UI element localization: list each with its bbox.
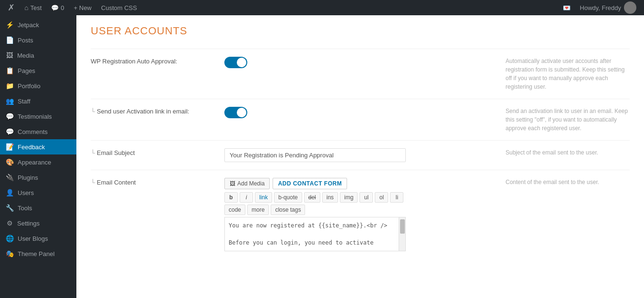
sidebar-item-jetpack[interactable]: ⚡ Jetpack xyxy=(0,17,76,32)
feedback-icon: 📝 xyxy=(6,143,14,151)
activation-link-control xyxy=(224,107,496,120)
appearance-icon: 🎨 xyxy=(6,158,14,166)
email-content-label: └ Email Content xyxy=(91,178,224,186)
format-li-button[interactable]: li xyxy=(390,192,403,203)
format-btns-row1: b i link b-quote del ins img ul ol li xyxy=(224,192,496,203)
format-close-tags-button[interactable]: close tags xyxy=(271,205,305,215)
home-icon: ⌂ xyxy=(24,4,28,11)
sidebar-item-settings[interactable]: ⚙ Settings xyxy=(0,216,76,231)
sidebar-item-pages[interactable]: 📋 Pages xyxy=(0,63,76,78)
topbar: ✗ ⌂ Test 💬 0 + New Custom CSS 💌 Howdy, F… xyxy=(0,0,644,15)
comments-link[interactable]: 💬 0 xyxy=(47,0,68,15)
auto-approval-control xyxy=(224,57,496,70)
plugins-icon: 🔌 xyxy=(6,174,14,181)
sidebar-item-label: Theme Panel xyxy=(18,250,54,257)
sidebar-item-user-blogs[interactable]: 🌐 User Blogs xyxy=(0,231,76,246)
sidebar-item-posts[interactable]: 📄 Posts xyxy=(0,32,76,48)
format-btns-row2: code more close tags xyxy=(224,205,496,215)
sidebar-item-label: Pages xyxy=(18,67,35,74)
sidebar-item-users[interactable]: 👤 Users xyxy=(0,185,76,200)
sidebar-item-theme-panel[interactable]: 🎭 Theme Panel xyxy=(0,246,76,261)
format-bquote-button[interactable]: b-quote xyxy=(274,192,302,203)
sidebar-item-feedback[interactable]: 📝 Feedback xyxy=(0,139,76,154)
sidebar-item-testimonials[interactable]: 💬 Testimonials xyxy=(0,109,76,124)
auto-approval-toggle[interactable] xyxy=(224,57,247,68)
sidebar-item-label: Testimonials xyxy=(18,113,52,120)
sidebar-item-label: Staff xyxy=(18,98,31,105)
indent-symbol: └ xyxy=(91,179,97,186)
sidebar-item-label: Comments xyxy=(18,128,48,135)
email-content-help: Content of the email sent to the user. xyxy=(496,178,630,186)
editor-toolbar: 🖼 Add Media ADD CONTACT FORM xyxy=(224,178,496,189)
email-subject-row: └ Email Subject Subject of the email sen… xyxy=(91,140,630,170)
testimonials-icon: 💬 xyxy=(6,113,14,120)
sidebar-item-label: Appearance xyxy=(18,159,51,166)
layout: ⚡ Jetpack 📄 Posts 🖼 Media 📋 Pages 📁 Port… xyxy=(0,15,644,298)
format-ul-button[interactable]: ul xyxy=(359,192,373,203)
sidebar-item-label: Tools xyxy=(18,205,32,212)
format-ol-button[interactable]: ol xyxy=(375,192,388,203)
email-content-textarea[interactable]: You are now registered at {{site_name}}.… xyxy=(224,217,399,251)
sidebar-item-staff[interactable]: 👥 Staff xyxy=(0,93,76,109)
email-subject-input[interactable] xyxy=(224,148,406,162)
format-bold-button[interactable]: b xyxy=(224,192,238,203)
portfolio-icon: 📁 xyxy=(6,82,14,90)
format-img-button[interactable]: img xyxy=(340,192,358,203)
comment-icon: 💬 xyxy=(51,4,59,11)
format-code-button[interactable]: code xyxy=(224,205,245,215)
wp-logo-icon[interactable]: ✗ xyxy=(4,2,19,13)
sidebar-item-label: Media xyxy=(17,52,34,59)
format-italic-button[interactable]: i xyxy=(240,192,253,203)
topbar-right: 💌 Howdy, Freddy xyxy=(559,0,640,15)
email-content-row: └ Email Content 🖼 Add Media ADD CONTACT … xyxy=(91,170,630,259)
sidebar-item-label: Jetpack xyxy=(18,21,39,29)
sidebar-item-appearance[interactable]: 🎨 Appearance xyxy=(0,154,76,170)
posts-icon: 📄 xyxy=(6,36,14,44)
scrollbar-thumb xyxy=(400,219,405,234)
format-del-button[interactable]: del xyxy=(304,192,320,203)
page-title: USER ACCOUNTS xyxy=(91,25,630,37)
sidebar-item-tools[interactable]: 🔧 Tools xyxy=(0,200,76,216)
comments-count: 0 xyxy=(61,4,64,11)
sidebar-item-label: Plugins xyxy=(18,174,38,181)
site-name-label: Test xyxy=(30,4,42,11)
messages-icon[interactable]: 💌 xyxy=(559,0,574,15)
main-content: USER ACCOUNTS WP Registration Auto Appro… xyxy=(76,15,644,298)
comments-nav-icon: 💬 xyxy=(6,128,14,135)
format-more-button[interactable]: more xyxy=(247,205,269,215)
media-upload-icon: 🖼 xyxy=(230,180,235,187)
format-link-button[interactable]: link xyxy=(255,192,272,203)
sidebar-item-portfolio[interactable]: 📁 Portfolio xyxy=(0,78,76,93)
activation-link-row: └ Send user Activation link in email: Se… xyxy=(91,99,630,140)
add-contact-form-button[interactable]: ADD CONTACT FORM xyxy=(273,178,347,189)
sidebar: ⚡ Jetpack 📄 Posts 🖼 Media 📋 Pages 📁 Port… xyxy=(0,15,76,298)
email-content-textarea-wrapper: You are now registered at {{site_name}}.… xyxy=(224,217,406,251)
user-blogs-icon: 🌐 xyxy=(6,235,14,242)
users-icon: 👤 xyxy=(6,189,14,196)
avatar xyxy=(624,1,636,14)
textarea-scrollbar[interactable] xyxy=(399,217,406,251)
new-button[interactable]: + New xyxy=(70,0,95,15)
email-content-control: 🖼 Add Media ADD CONTACT FORM b i link b-… xyxy=(224,178,496,251)
media-icon: 🖼 xyxy=(6,51,13,59)
sidebar-item-comments[interactable]: 💬 Comments xyxy=(0,124,76,139)
add-media-button[interactable]: 🖼 Add Media xyxy=(224,178,270,189)
sidebar-item-label: Settings xyxy=(17,220,40,227)
sidebar-item-label: Portfolio xyxy=(18,82,41,90)
sidebar-item-label: Posts xyxy=(18,37,33,44)
custom-css-link[interactable]: Custom CSS xyxy=(97,0,141,15)
activation-link-label: └ Send user Activation link in email: xyxy=(91,107,224,115)
sidebar-item-media[interactable]: 🖼 Media xyxy=(0,48,76,63)
activation-link-toggle[interactable] xyxy=(224,107,247,118)
format-ins-button[interactable]: ins xyxy=(322,192,338,203)
email-subject-label: └ Email Subject xyxy=(91,148,224,156)
sidebar-item-label: Feedback xyxy=(18,144,45,151)
auto-approval-help: Automatically activate user accounts aft… xyxy=(496,57,630,91)
indent-symbol: └ xyxy=(91,149,97,156)
site-name-link[interactable]: ⌂ Test xyxy=(21,0,45,15)
auto-approval-row: WP Registration Auto Approval: Automatic… xyxy=(91,49,630,99)
howdy-label: Howdy, Freddy xyxy=(576,1,640,14)
staff-icon: 👥 xyxy=(6,97,14,105)
sidebar-item-plugins[interactable]: 🔌 Plugins xyxy=(0,170,76,185)
email-subject-help: Subject of the email sent to the user. xyxy=(496,148,630,157)
